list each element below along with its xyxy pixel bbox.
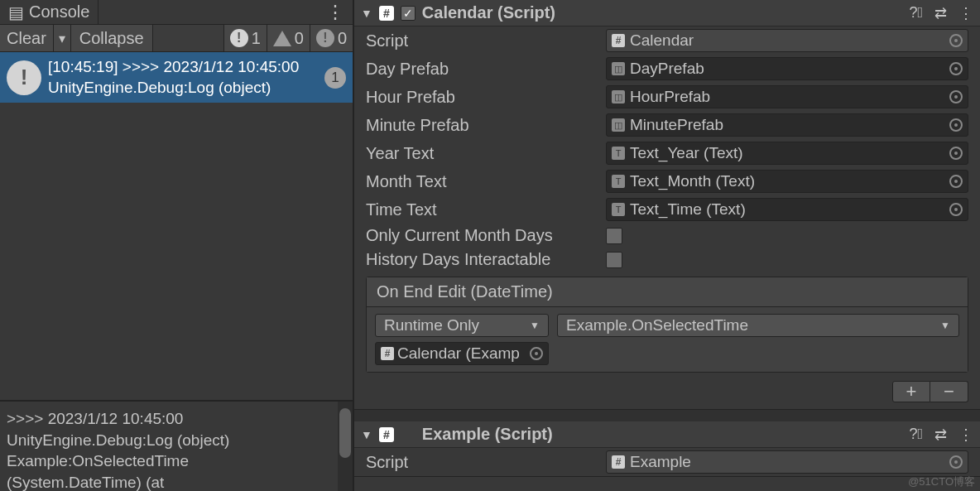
log-count-badge: 1 bbox=[324, 67, 346, 89]
month-text-value: Text_Month (Text) bbox=[630, 172, 944, 190]
script-label: Script bbox=[366, 31, 598, 51]
history-days-row: History Days Interactable bbox=[354, 248, 980, 272]
example-header[interactable]: ▼ # Example (Script) ?⃝ ⇄ ⋮ bbox=[354, 421, 980, 448]
minute-prefab-value: MinutePrefab bbox=[630, 116, 944, 134]
object-picker-icon[interactable] bbox=[949, 90, 963, 103]
help-icon[interactable]: ?⃝ bbox=[909, 4, 923, 22]
log-entry[interactable]: ! [10:45:19] >>>> 2023/1/12 10:45:00 Uni… bbox=[0, 52, 353, 103]
warn-counter[interactable]: 0 bbox=[267, 25, 310, 51]
clear-dropdown[interactable]: ▾ bbox=[54, 25, 71, 51]
month-text-field[interactable]: T Text_Month (Text) bbox=[606, 170, 968, 193]
component-gap bbox=[354, 410, 980, 421]
preset-icon[interactable]: ⇄ bbox=[934, 426, 947, 444]
day-prefab-field[interactable]: ◫ DayPrefab bbox=[606, 57, 968, 80]
event-block: On End Edit (DateTime) Runtime Only ▼ # … bbox=[366, 277, 968, 373]
month-text-label: Month Text bbox=[366, 172, 598, 191]
object-picker-icon[interactable] bbox=[949, 62, 963, 75]
only-current-checkbox[interactable] bbox=[606, 228, 622, 244]
console-tab[interactable]: ▤ Console bbox=[0, 0, 98, 24]
console-context-menu-icon[interactable]: ⋮ bbox=[318, 2, 353, 23]
console-toolbar: Clear ▾ Collapse ! 1 0 ! 0 bbox=[0, 25, 353, 52]
object-picker-icon[interactable] bbox=[530, 347, 543, 360]
method-dropdown[interactable]: Example.OnSelectedTime ▼ bbox=[557, 314, 959, 337]
object-picker-icon[interactable] bbox=[949, 34, 963, 47]
detail-line: (System.DateTime) (at bbox=[7, 472, 346, 491]
collapse-button[interactable]: Collapse bbox=[71, 25, 153, 51]
enable-checkbox[interactable]: ✓ bbox=[401, 6, 416, 21]
error-icon: ! bbox=[316, 29, 334, 47]
method-label: Example.OnSelectedTime bbox=[566, 316, 748, 335]
prefab-icon: ◫ bbox=[612, 118, 625, 132]
component-actions: ?⃝ ⇄ ⋮ bbox=[909, 426, 973, 444]
console-tab-icon: ▤ bbox=[8, 2, 24, 22]
example-script-label: Script bbox=[366, 453, 598, 472]
hour-prefab-field[interactable]: ◫ HourPrefab bbox=[606, 85, 968, 108]
minute-prefab-field[interactable]: ◫ MinutePrefab bbox=[606, 113, 968, 137]
info-counter[interactable]: ! 1 bbox=[223, 25, 267, 51]
console-panel: ▤ Console ⋮ Clear ▾ Collapse ! 1 0 ! 0 ! bbox=[0, 0, 354, 491]
script-field[interactable]: # Calendar bbox=[606, 29, 968, 52]
object-picker-icon[interactable] bbox=[949, 147, 963, 160]
runtime-dropdown[interactable]: Runtime Only ▼ bbox=[375, 314, 549, 337]
calendar-header[interactable]: ▼ # ✓ Calendar (Script) ?⃝ ⇄ ⋮ bbox=[354, 0, 980, 26]
only-current-row: Only Current Month Days bbox=[354, 224, 980, 248]
context-menu-icon[interactable]: ⋮ bbox=[958, 4, 973, 22]
error-counter[interactable]: ! 0 bbox=[310, 25, 353, 51]
history-days-checkbox[interactable] bbox=[606, 252, 622, 268]
remove-listener-button[interactable]: − bbox=[930, 381, 968, 402]
object-picker-icon[interactable] bbox=[949, 175, 963, 188]
example-component: ▼ # Example (Script) ?⃝ ⇄ ⋮ Script # Exa… bbox=[354, 421, 980, 477]
script-asset-icon: # bbox=[381, 347, 394, 360]
day-prefab-value: DayPrefab bbox=[630, 60, 944, 78]
year-text-label: Year Text bbox=[366, 144, 598, 163]
script-icon: # bbox=[379, 6, 394, 21]
runtime-label: Runtime Only bbox=[384, 316, 479, 335]
collapse-label: Collapse bbox=[79, 29, 144, 48]
month-text-row: Month Text T Text_Month (Text) bbox=[354, 167, 980, 195]
example-script-value: Example bbox=[630, 453, 944, 471]
log-info-icon: ! bbox=[7, 60, 41, 95]
watermark: @51CTO博客 bbox=[908, 474, 975, 489]
time-text-field[interactable]: T Text_Time (Text) bbox=[606, 198, 968, 221]
year-text-field[interactable]: T Text_Year (Text) bbox=[606, 142, 968, 165]
event-left-col: Runtime Only ▼ # Calendar (Examp bbox=[375, 314, 549, 365]
detail-scrollbar[interactable] bbox=[338, 402, 353, 491]
object-picker-icon[interactable] bbox=[949, 118, 963, 132]
text-icon: T bbox=[612, 175, 625, 188]
svg-marker-0 bbox=[273, 31, 291, 46]
inspector-panel: ▼ # ✓ Calendar (Script) ?⃝ ⇄ ⋮ Script # … bbox=[354, 0, 980, 491]
day-prefab-label: Day Prefab bbox=[366, 60, 598, 79]
hour-prefab-row: Hour Prefab ◫ HourPrefab bbox=[354, 83, 980, 111]
preset-icon[interactable]: ⇄ bbox=[934, 4, 947, 22]
example-script-field[interactable]: # Example bbox=[606, 450, 968, 474]
script-asset-icon: # bbox=[612, 455, 625, 469]
prefab-icon: ◫ bbox=[612, 90, 625, 103]
object-picker-icon[interactable] bbox=[949, 203, 963, 216]
add-listener-button[interactable]: + bbox=[892, 381, 930, 402]
object-picker-icon[interactable] bbox=[949, 455, 963, 469]
clear-button[interactable]: Clear bbox=[0, 25, 54, 51]
script-icon: # bbox=[379, 427, 394, 442]
help-icon[interactable]: ?⃝ bbox=[909, 426, 923, 443]
hour-prefab-label: Hour Prefab bbox=[366, 88, 598, 107]
error-count: 0 bbox=[338, 29, 347, 48]
example-script-row: Script # Example bbox=[354, 448, 980, 476]
scrollbar-thumb[interactable] bbox=[339, 408, 351, 458]
chevron-down-icon: ▼ bbox=[940, 320, 950, 331]
calendar-title: Calendar (Script) bbox=[422, 3, 903, 22]
info-icon: ! bbox=[230, 29, 248, 47]
history-days-label: History Days Interactable bbox=[366, 250, 598, 269]
time-text-value: Text_Time (Text) bbox=[630, 200, 944, 219]
context-menu-icon[interactable]: ⋮ bbox=[958, 426, 973, 444]
log-list[interactable]: ! [10:45:19] >>>> 2023/1/12 10:45:00 Uni… bbox=[0, 52, 353, 400]
detail-line: UnityEngine.Debug:Log (object) bbox=[7, 430, 346, 451]
minute-prefab-label: Minute Prefab bbox=[366, 116, 598, 135]
log-text: [10:45:19] >>>> 2023/1/12 10:45:00 Unity… bbox=[48, 57, 318, 98]
foldout-icon[interactable]: ▼ bbox=[361, 7, 372, 20]
chevron-down-icon: ▼ bbox=[530, 320, 540, 331]
detail-line: >>>> 2023/1/12 10:45:00 bbox=[7, 408, 346, 430]
info-count: 1 bbox=[252, 29, 261, 48]
event-target-field[interactable]: # Calendar (Examp bbox=[375, 342, 549, 365]
time-text-label: Time Text bbox=[366, 200, 598, 219]
foldout-icon[interactable]: ▼ bbox=[361, 428, 372, 441]
